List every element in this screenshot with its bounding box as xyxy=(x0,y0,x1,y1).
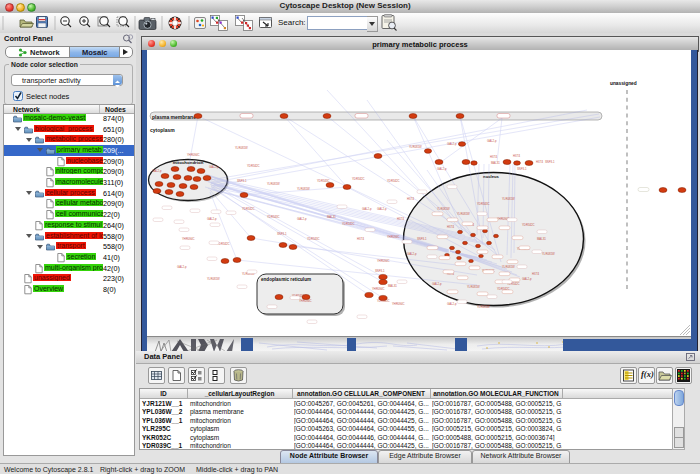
svg-text:YHR094C: YHR094C xyxy=(182,237,195,241)
svg-text:endoplasmic reticulum: endoplasmic reticulum xyxy=(261,277,311,282)
svg-text:YDR342C: YDR342C xyxy=(247,164,260,168)
svg-text:MAL31: MAL31 xyxy=(327,215,336,219)
svg-text:GAL2-p: GAL2-p xyxy=(432,282,442,286)
svg-text:YLR081W: YLR081W xyxy=(502,265,515,269)
svg-text:YDR342C: YDR342C xyxy=(352,177,365,181)
svg-text:YDR342C: YDR342C xyxy=(342,222,355,226)
svg-text:YDR342C: YDR342C xyxy=(242,207,255,211)
svg-text:YLR081W: YLR081W xyxy=(267,182,280,186)
svg-text:YHR094C: YHR094C xyxy=(187,153,200,157)
svg-text:YLR081W: YLR081W xyxy=(502,197,515,201)
svg-text:YLR081W: YLR081W xyxy=(235,146,248,150)
svg-text:GAL2-p: GAL2-p xyxy=(447,302,457,306)
svg-text:YDR343C: YDR343C xyxy=(317,179,330,183)
svg-text:nucleus: nucleus xyxy=(483,174,499,179)
svg-text:HXT4: HXT4 xyxy=(490,155,498,159)
svg-text:YLR081W: YLR081W xyxy=(297,187,310,191)
svg-text:YLR081W: YLR081W xyxy=(542,252,555,256)
svg-text:HXT4: HXT4 xyxy=(447,225,455,229)
svg-text:SNF3-1: SNF3-1 xyxy=(545,160,555,164)
svg-text:unassigned: unassigned xyxy=(610,81,637,86)
svg-text:GAL2-p: GAL2-p xyxy=(362,207,372,211)
svg-text:YDR342C: YDR342C xyxy=(522,223,535,227)
svg-text:HXT4: HXT4 xyxy=(532,272,540,276)
svg-text:HXT4: HXT4 xyxy=(397,217,405,221)
svg-text:YDR342C: YDR342C xyxy=(387,179,400,183)
svg-text:SNF3-1: SNF3-1 xyxy=(375,269,385,273)
svg-text:SNF3-1: SNF3-1 xyxy=(517,167,527,171)
svg-text:YLR081W: YLR081W xyxy=(207,277,220,281)
svg-text:cytoplasm: cytoplasm xyxy=(150,127,175,133)
svg-text:SNF3-1: SNF3-1 xyxy=(237,179,247,183)
svg-text:GAL2-p: GAL2-p xyxy=(297,217,307,221)
svg-text:plasma membrane: plasma membrane xyxy=(152,114,196,120)
svg-text:YHR094C: YHR094C xyxy=(392,302,405,306)
svg-text:MAL31: MAL31 xyxy=(537,237,546,241)
svg-text:GAL2-p: GAL2-p xyxy=(207,217,217,221)
svg-text:YLR081W: YLR081W xyxy=(409,145,422,149)
svg-text:YHR094C: YHR094C xyxy=(387,235,400,239)
svg-text:YDR343C: YDR343C xyxy=(377,299,390,303)
svg-text:GAL2-p: GAL2-p xyxy=(177,265,187,269)
svg-text:MAL31: MAL31 xyxy=(388,284,397,288)
svg-text:HXT4: HXT4 xyxy=(513,154,521,158)
svg-text:YHR094C: YHR094C xyxy=(372,287,385,291)
svg-text:GAL2-p: GAL2-p xyxy=(209,165,219,169)
svg-text:SNF3-1: SNF3-1 xyxy=(417,237,427,241)
svg-text:mitochondrion: mitochondrion xyxy=(173,160,204,165)
svg-text:GAL2-p: GAL2-p xyxy=(447,142,457,146)
svg-text:GAL2-p: GAL2-p xyxy=(487,139,497,143)
svg-text:GAL2-p: GAL2-p xyxy=(437,167,447,171)
svg-text:GAL2-p: GAL2-p xyxy=(407,252,417,256)
svg-text:YLR081W: YLR081W xyxy=(457,212,470,216)
svg-text:GAL2-p: GAL2-p xyxy=(377,207,387,211)
svg-text:YHR094C: YHR094C xyxy=(299,299,312,303)
svg-text:GAL2-p: GAL2-p xyxy=(522,277,532,281)
svg-text:YLR081W: YLR081W xyxy=(477,305,490,309)
svg-text:GAL2-p: GAL2-p xyxy=(152,169,162,173)
svg-text:YDR343C: YDR343C xyxy=(307,237,320,241)
svg-text:YDR343C: YDR343C xyxy=(477,202,490,206)
svg-text:YDR343C: YDR343C xyxy=(267,215,280,219)
svg-text:HXT4: HXT4 xyxy=(536,160,544,164)
svg-text:SNF3-1: SNF3-1 xyxy=(277,232,287,236)
svg-text:YLR081W: YLR081W xyxy=(467,285,480,289)
svg-text:YHR094C: YHR094C xyxy=(377,259,390,263)
svg-text:YLR081W: YLR081W xyxy=(437,207,450,211)
svg-text:MAL31: MAL31 xyxy=(491,161,500,165)
svg-text:HXT4: HXT4 xyxy=(357,237,365,241)
svg-text:HXT4: HXT4 xyxy=(407,197,415,201)
